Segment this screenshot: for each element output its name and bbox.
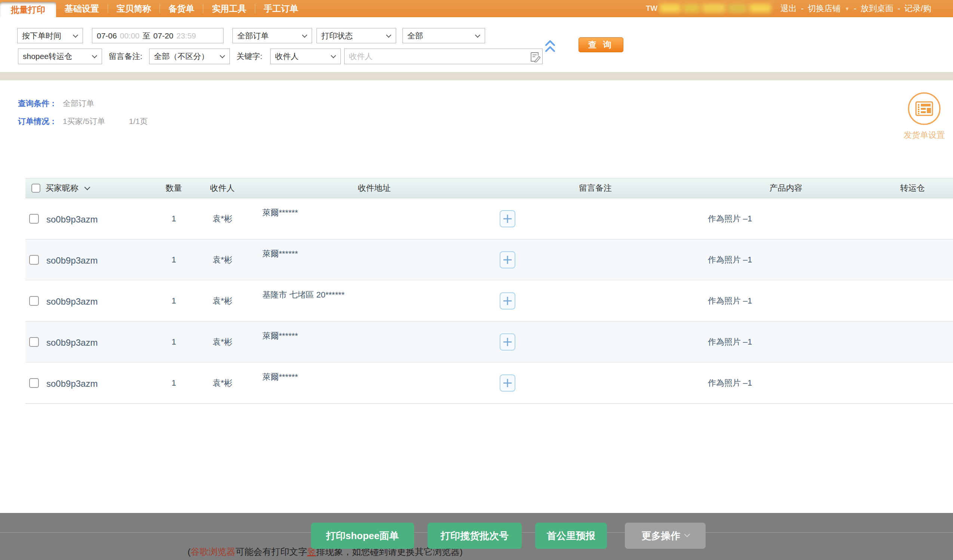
- header-warehouse: 转运仓: [872, 178, 953, 198]
- tab-stock-list[interactable]: 备货单: [160, 3, 203, 15]
- keyword-input[interactable]: [349, 52, 528, 61]
- menu-separator: -: [898, 4, 900, 14]
- main-content: 查询条件： 全部订单 订单情况： 1买家/5订单 1/1页: [0, 80, 953, 513]
- redaction-blur: [660, 4, 771, 13]
- warehouse-select[interactable]: shopee转运仓: [18, 48, 102, 64]
- row-checkbox[interactable]: [29, 255, 39, 265]
- logout-link[interactable]: 退出: [780, 3, 797, 14]
- header-buyer[interactable]: 买家昵称: [46, 183, 79, 194]
- row-checkbox[interactable]: [29, 378, 39, 388]
- table-body: so0b9p3azm 1 袁*彬 萊爾****** 作為照片 –1 so0b9p…: [25, 198, 953, 404]
- tab-manual-order[interactable]: 手工订单: [255, 3, 307, 15]
- print-shopee-label-button[interactable]: 打印shopee面单: [311, 523, 414, 549]
- table-header: 买家昵称 数量 收件人 收件地址 留言备注 产品内容 转运仓: [25, 178, 953, 198]
- header-receiver: 收件人: [187, 178, 258, 198]
- row-checkbox[interactable]: [29, 337, 39, 347]
- quantity: 1: [172, 255, 176, 265]
- chevron-down-icon: [73, 32, 78, 37]
- product-content: 作為照片 –1: [708, 377, 752, 389]
- product-content: 作為照片 –1: [708, 295, 752, 306]
- page-indicator: 1/1页: [129, 116, 147, 127]
- invoice-settings-icon[interactable]: [907, 91, 941, 126]
- header-remark: 留言备注: [491, 178, 700, 198]
- table-row: so0b9p3azm 1 袁*彬 萊爾****** 作為照片 –1: [25, 198, 953, 239]
- add-remark-button[interactable]: [500, 210, 515, 227]
- section-divider-band: [0, 72, 953, 80]
- record-link[interactable]: 记录/购: [905, 3, 931, 14]
- order-scope-select[interactable]: 全部订单: [233, 28, 312, 43]
- chevron-down-icon: [684, 531, 690, 537]
- add-remark-button[interactable]: [500, 374, 515, 391]
- receiver-name: 袁*彬: [213, 213, 233, 224]
- order-status-label[interactable]: 订单情况：: [18, 117, 57, 125]
- date-range-input[interactable]: 07-0600:00至07-2023:59: [92, 28, 224, 43]
- chevron-down-icon: [220, 53, 225, 58]
- receiver-name: 袁*彬: [213, 336, 233, 348]
- order-status-row: 订单情况： 1买家/5订单 1/1页: [18, 116, 57, 127]
- row-checkbox[interactable]: [29, 296, 39, 306]
- header-qty: 数量: [161, 178, 187, 198]
- add-remark-button[interactable]: [500, 251, 515, 268]
- chevron-down-icon: [386, 32, 391, 37]
- keyword-label: 关键字:: [237, 48, 262, 64]
- menu-separator: -: [801, 4, 804, 14]
- tab-item-shortname[interactable]: 宝贝简称: [108, 3, 160, 15]
- edit-note-icon[interactable]: [530, 51, 540, 64]
- print-status-value-select[interactable]: 全部: [402, 28, 485, 43]
- tab-utilities[interactable]: 实用工具: [203, 3, 255, 15]
- remark-select[interactable]: 全部（不区分）: [149, 48, 230, 64]
- receiver-address: 基隆市 七堵區 20******: [262, 289, 345, 300]
- menu-separator: -: [854, 4, 856, 14]
- receiver-address: 萊爾******: [262, 248, 298, 260]
- query-condition-row: 查询条件： 全部订单: [18, 98, 57, 109]
- product-content: 作為照片 –1: [708, 213, 752, 224]
- more-actions-button[interactable]: 更多操作: [625, 523, 706, 549]
- receiver-address: 萊爾******: [262, 371, 298, 383]
- product-content: 作為照片 –1: [708, 254, 752, 265]
- add-remark-button[interactable]: [500, 292, 515, 309]
- store-name-redacted: TW: [646, 2, 771, 14]
- order-status-value: 1买家/5订单: [63, 116, 105, 127]
- header-address: 收件地址: [258, 178, 491, 198]
- header-product: 产品内容: [700, 178, 872, 198]
- query-condition-label[interactable]: 查询条件：: [18, 99, 57, 108]
- warehouse-cell: [872, 322, 953, 362]
- tab-group: 基础设置 宝贝简称 备货单 实用工具 手工订单: [56, 0, 307, 17]
- chevron-down-icon: [331, 53, 336, 58]
- chevron-down-icon[interactable]: ▼: [844, 6, 849, 12]
- collapse-filters-icon[interactable]: [544, 39, 556, 55]
- add-remark-button[interactable]: [500, 333, 515, 351]
- filter-panel: 按下单时间 07-0600:00至07-2023:59 全部订单 打印状态 全部…: [0, 17, 953, 72]
- bottom-action-bar: (谷歌浏览器可能会有打印文字竖排现象，如您碰到请更换其它浏览器) 打印shope…: [0, 513, 953, 560]
- buyer-nickname: so0b9p3azm: [47, 337, 98, 348]
- search-button[interactable]: 查 询: [579, 37, 623, 52]
- receiver-name: 袁*彬: [213, 254, 233, 265]
- sort-caret-icon[interactable]: [84, 184, 90, 190]
- switch-shop-link[interactable]: 切换店铺: [808, 3, 841, 14]
- print-pickup-batch-button[interactable]: 打印揽货批次号: [428, 523, 522, 549]
- receiver-name: 袁*彬: [213, 295, 233, 306]
- chevron-down-icon: [92, 53, 97, 58]
- buyer-nickname: so0b9p3azm: [47, 255, 98, 266]
- quantity: 1: [172, 378, 176, 388]
- invoice-settings-widget[interactable]: 发货单设置: [896, 91, 952, 141]
- tab-batch-print[interactable]: 批量打印: [0, 2, 56, 17]
- keyword-input-wrap: [344, 48, 543, 64]
- warehouse-cell: [872, 198, 953, 239]
- order-print-page: 批量打印 基础设置 宝贝简称 备货单 实用工具 手工订单 TW 退出 - 切换店…: [0, 0, 953, 560]
- time-type-select[interactable]: 按下单时间: [17, 28, 83, 43]
- first-mile-forecast-button[interactable]: 首公里预报: [535, 523, 607, 549]
- to-desktop-link[interactable]: 放到桌面: [861, 3, 894, 14]
- warehouse-cell: [872, 362, 953, 403]
- select-all-checkbox[interactable]: [31, 184, 40, 193]
- tab-basic-settings[interactable]: 基础设置: [56, 3, 108, 15]
- table-row: so0b9p3azm 1 袁*彬 萊爾****** 作為照片 –1: [25, 362, 953, 404]
- product-content: 作為照片 –1: [708, 336, 752, 348]
- print-status-select[interactable]: 打印状态: [317, 28, 396, 43]
- row-checkbox[interactable]: [29, 214, 39, 224]
- top-menu: 退出 - 切换店铺 ▼ - 放到桌面 - 记录/购: [780, 0, 931, 17]
- buyer-nickname: so0b9p3azm: [47, 379, 98, 389]
- keyword-type-select[interactable]: 收件人: [270, 48, 341, 64]
- receiver-address: 萊爾******: [262, 330, 298, 342]
- orders-table: 买家昵称 数量 收件人 收件地址 留言备注 产品内容 转运仓 so0b9p3az…: [25, 178, 953, 404]
